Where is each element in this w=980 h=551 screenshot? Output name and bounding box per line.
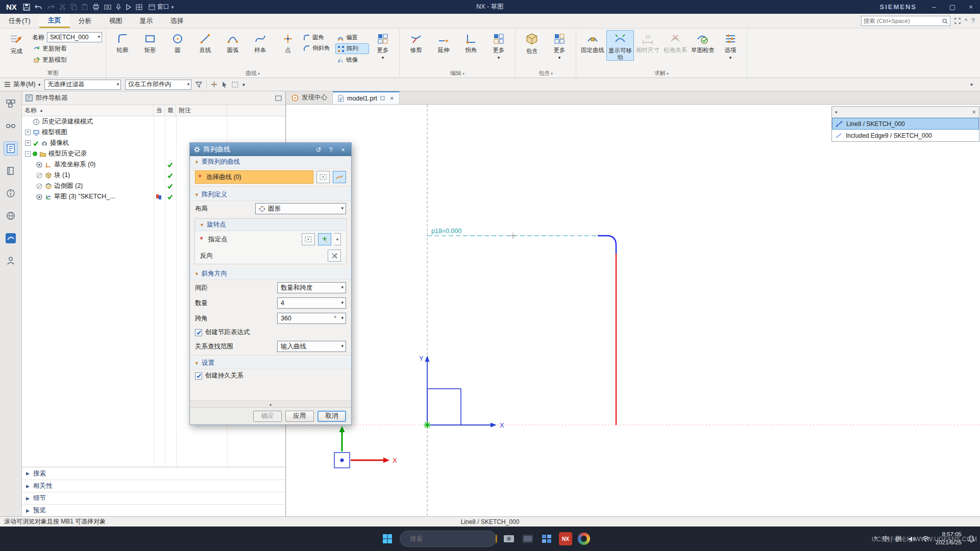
- visible-icon[interactable]: [36, 193, 43, 201]
- web-browser-icon[interactable]: [4, 209, 18, 223]
- clock[interactable]: 8:57:05 2021/6/25: [936, 531, 962, 546]
- reverse-direction-button[interactable]: [328, 249, 341, 262]
- tree-row-history-mode[interactable]: 历史记录建模模式: [22, 116, 285, 127]
- count-input[interactable]: 4: [277, 297, 346, 309]
- fillet-button[interactable]: 圆角: [302, 33, 335, 42]
- constraint-navigator-icon[interactable]: [4, 119, 18, 133]
- update-model-button[interactable]: 更新模型: [32, 55, 102, 65]
- spline-button[interactable]: 样条: [247, 30, 274, 54]
- include-more-button[interactable]: 更多 ▾: [546, 30, 573, 60]
- tree-row-model-views[interactable]: + 模型视图: [22, 127, 285, 138]
- options-button[interactable]: 选项 ▾: [717, 30, 744, 60]
- circle-button[interactable]: 圆: [164, 30, 191, 54]
- section-details[interactable]: ▶细节: [22, 492, 285, 504]
- taskbar-search[interactable]: [400, 531, 497, 547]
- rectangle-button[interactable]: 矩形: [136, 30, 164, 54]
- selection-item-line8[interactable]: Line8 / SKETCH_000: [832, 118, 979, 130]
- full-screen-icon[interactable]: [954, 18, 961, 24]
- origin-point[interactable]: [424, 421, 431, 429]
- collapse-icon[interactable]: −: [25, 151, 31, 157]
- maximize-button[interactable]: ▢: [943, 0, 962, 14]
- filter-icon[interactable]: [195, 82, 202, 88]
- pattern-curve-button[interactable]: 阵列: [335, 43, 369, 54]
- tab-discover-center[interactable]: 发现中心: [286, 91, 333, 104]
- trim-button[interactable]: 修剪: [402, 30, 430, 54]
- expand-icon[interactable]: +: [25, 140, 31, 146]
- selection-scope-combo[interactable]: 仅在工作部件内: [125, 80, 191, 90]
- reuse-library-icon[interactable]: [4, 164, 18, 178]
- undock-panel-icon[interactable]: [275, 95, 282, 101]
- section-search[interactable]: ▶搜索: [22, 467, 285, 480]
- section-preview[interactable]: ▶预览: [22, 504, 285, 516]
- corner-button[interactable]: 拐角: [457, 30, 485, 54]
- dimension-label[interactable]: p18=0.000: [431, 228, 461, 235]
- capture-icon[interactable]: [104, 4, 111, 10]
- section-settings[interactable]: ▼设置: [190, 357, 351, 369]
- store-app-icon[interactable]: [540, 532, 553, 545]
- relation-scope-combo[interactable]: 输入曲线: [277, 341, 346, 352]
- line-button[interactable]: 直线: [191, 30, 219, 54]
- tab-select[interactable]: 选择: [162, 14, 192, 28]
- selected-line8[interactable]: [598, 236, 616, 254]
- point-options-dropdown[interactable]: ▾: [334, 233, 341, 245]
- tab-model1[interactable]: model1.prt ×: [333, 91, 400, 104]
- show-movable-button[interactable]: 显示可移动: [606, 30, 634, 61]
- close-button[interactable]: ×: [962, 0, 980, 14]
- rectangle-select-icon[interactable]: [232, 82, 238, 88]
- menu-button[interactable]: 菜单(M) ▾: [4, 80, 40, 89]
- point-select-button[interactable]: [302, 233, 315, 245]
- include-button[interactable]: 包含: [518, 30, 546, 55]
- mic-icon[interactable]: [116, 4, 121, 10]
- edit-more-button[interactable]: 更多 ▾: [485, 30, 512, 60]
- dialog-close-icon[interactable]: ×: [338, 146, 348, 154]
- network-icon[interactable]: [922, 536, 929, 542]
- layout-icon[interactable]: [136, 4, 142, 10]
- snipping-app-icon[interactable]: [502, 532, 516, 545]
- help-icon[interactable]: ?: [971, 17, 975, 24]
- extend-button[interactable]: 延伸: [430, 30, 457, 54]
- update-attach-button[interactable]: 更新附着: [32, 44, 102, 54]
- chevron-down-icon[interactable]: ▾: [835, 110, 838, 115]
- close-tab-icon[interactable]: ×: [390, 94, 394, 102]
- command-search-input[interactable]: [864, 18, 942, 24]
- selection-filter-combo[interactable]: 无选择过滤器: [44, 80, 121, 90]
- section-pattern-definition[interactable]: ▼阵列定义: [190, 189, 351, 201]
- mirror-curve-button[interactable]: 镜像: [335, 55, 369, 65]
- close-list-icon[interactable]: ×: [972, 109, 976, 116]
- apply-button[interactable]: 应用: [285, 411, 314, 422]
- section-rotation-point[interactable]: ▼旋转点: [195, 219, 346, 231]
- window-menu[interactable]: 窗口 ▾: [149, 3, 174, 11]
- command-search[interactable]: [861, 16, 950, 26]
- section-angular-direction[interactable]: ▼斜角方向: [190, 268, 351, 280]
- tab-view[interactable]: 视图: [101, 14, 131, 28]
- section-curves-to-pattern[interactable]: ▼要阵列的曲线: [190, 156, 351, 168]
- tab-task[interactable]: 任务(T): [0, 14, 39, 28]
- fix-curve-button[interactable]: 固定曲线: [579, 30, 606, 54]
- play-icon[interactable]: [126, 4, 131, 10]
- point-dialog-button[interactable]: [318, 233, 331, 245]
- curve-rule-button[interactable]: [333, 171, 346, 183]
- history-palette-icon[interactable]: [4, 231, 18, 245]
- visible-icon[interactable]: [36, 161, 43, 168]
- expand-icon[interactable]: +: [25, 130, 31, 135]
- ime-mode-indicator[interactable]: 拼: [895, 535, 902, 543]
- tab-display[interactable]: 显示: [131, 14, 162, 28]
- sketch-rectangle[interactable]: [427, 389, 461, 425]
- persistent-relation-checkbox[interactable]: [195, 372, 202, 380]
- curve-more-button[interactable]: 更多 ▾: [369, 30, 397, 60]
- print-icon[interactable]: [92, 4, 100, 10]
- select-region-button[interactable]: [316, 171, 330, 183]
- hd3d-tools-icon[interactable]: [4, 186, 18, 201]
- spacing-combo[interactable]: 数量和跨度: [277, 282, 346, 293]
- browser-icon[interactable]: [578, 533, 590, 545]
- column-latest[interactable]: 最: [165, 105, 176, 116]
- chevron-down-icon[interactable]: ▾: [242, 82, 245, 87]
- minimize-button[interactable]: –: [925, 0, 943, 14]
- save-icon[interactable]: [23, 4, 30, 11]
- chamfer-button[interactable]: 倒斜角: [302, 43, 335, 53]
- search-icon[interactable]: [942, 18, 948, 24]
- nx-taskbar-icon[interactable]: NX: [559, 532, 572, 545]
- finish-sketch-button[interactable]: 完成: [3, 30, 30, 55]
- layout-combo[interactable]: 圆形: [255, 203, 346, 214]
- tray-expand-icon[interactable]: ^: [874, 535, 877, 542]
